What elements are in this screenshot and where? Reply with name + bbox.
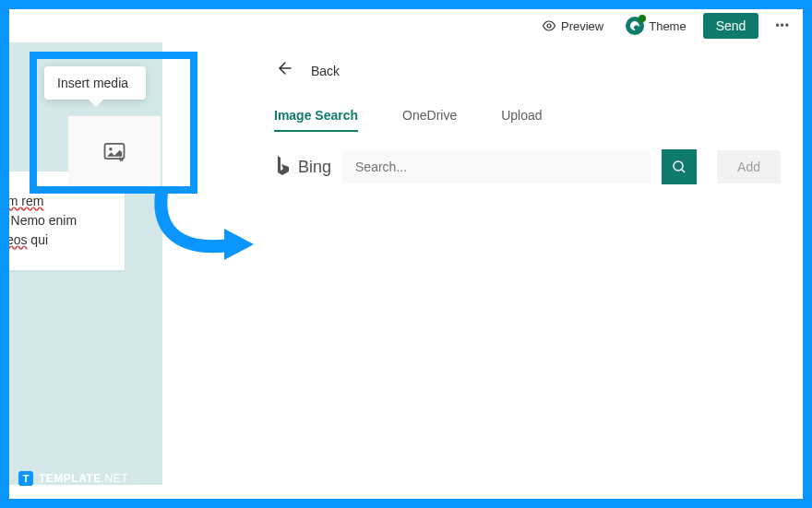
header-bar: Preview Theme Send ••• (9, 9, 803, 42)
search-icon (672, 159, 687, 174)
main-panel: Back Image Search OneDrive Upload Bing A… (252, 42, 803, 499)
more-button[interactable]: ••• (770, 19, 795, 32)
back-arrow-icon[interactable] (274, 59, 293, 82)
theme-button[interactable]: Theme (620, 13, 691, 39)
preview-label: Preview (561, 19, 603, 33)
text-line: o. Nemo enim (9, 211, 110, 230)
tabs: Image Search OneDrive Upload (274, 108, 781, 133)
app-canvas: Preview Theme Send ••• tam rem o. Nemo e… (9, 9, 803, 499)
tab-image-search[interactable]: Image Search (274, 108, 358, 132)
svg-point-0 (547, 24, 551, 28)
bing-logo: Bing (274, 154, 331, 180)
bing-label: Bing (298, 158, 331, 177)
theme-icon (626, 17, 644, 35)
preview-button[interactable]: Preview (536, 15, 609, 37)
text-line: s eos qui (9, 230, 110, 250)
tooltip-label: Insert media (57, 76, 128, 90)
send-label: Send (716, 18, 746, 33)
add-label: Add (737, 159, 760, 174)
tab-upload[interactable]: Upload (501, 108, 542, 132)
svg-point-3 (674, 161, 683, 171)
back-label[interactable]: Back (311, 64, 340, 78)
watermark: T TEMPLATE.NET (18, 471, 128, 486)
tab-onedrive[interactable]: OneDrive (402, 108, 457, 132)
arrow-annotation (143, 184, 263, 272)
search-button[interactable] (662, 149, 697, 184)
svg-point-2 (109, 148, 113, 151)
theme-label: Theme (649, 19, 686, 33)
watermark-text: TEMPLATE.NET (39, 472, 128, 485)
eye-icon (542, 18, 556, 33)
insert-media-tooltip: Insert media (44, 66, 146, 100)
image-icon (102, 138, 127, 164)
bing-icon (274, 154, 293, 180)
add-button[interactable]: Add (717, 150, 781, 183)
text-line: tam rem (9, 192, 110, 211)
insert-media-button[interactable] (68, 116, 161, 186)
search-input[interactable] (342, 150, 651, 183)
send-button[interactable]: Send (703, 13, 759, 39)
watermark-badge: T (18, 471, 33, 486)
back-row: Back (274, 59, 781, 82)
search-row: Bing Add (274, 149, 781, 184)
